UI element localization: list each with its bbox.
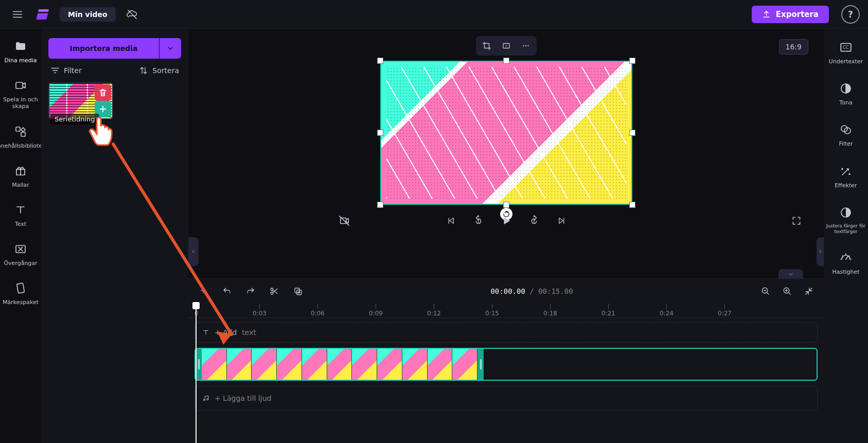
split-button[interactable] [268,285,281,298]
time-tick: 0:21 [601,304,615,317]
resize-handle[interactable] [377,58,383,64]
video-clip[interactable] [196,349,484,380]
duplicate-button[interactable] [291,285,305,298]
left-nav: Dina media Spela in och skapa Innehållsb… [0,29,41,443]
zoom-out-icon [761,287,770,296]
skip-fwd-button[interactable]: 5 [527,214,541,227]
svg-rect-0 [38,9,49,12]
camera-off-icon [339,215,350,226]
contrast-icon [839,205,853,220]
clip-trim-right[interactable] [477,349,484,380]
preview-area: 16:9 5 5 [188,29,824,278]
sparkle-icon [199,287,208,296]
canvas-wrap [380,61,632,205]
clip-trim-left[interactable] [196,349,202,380]
svg-rect-2 [16,127,20,131]
brand-icon [13,281,28,295]
time-tick: 0:09 [369,304,383,317]
svg-rect-6 [17,283,25,293]
rpanel-speed[interactable]: Hastighet [825,249,866,277]
svg-text:5: 5 [533,220,535,224]
cloud-off-icon[interactable] [123,5,141,24]
zoom-out-button[interactable] [759,285,772,298]
rpanel-subtitles[interactable]: CC Undertexter [825,38,866,67]
nav-templates[interactable]: Mallar [3,162,39,190]
collapse-timeline-button[interactable] [778,269,803,279]
upload-icon [762,10,771,19]
skip-start-button[interactable] [444,214,457,227]
nav-brand-kit[interactable]: Märkespaket [3,279,39,308]
help-button[interactable]: ? [841,5,860,24]
skip-end-button[interactable] [555,214,569,227]
svg-text:5: 5 [477,220,479,224]
svg-point-8 [505,45,506,46]
resize-handle[interactable] [629,58,635,64]
media-clip[interactable]: Serietidning [48,82,113,119]
text-icon [202,329,209,336]
rpanel-filter[interactable]: Filter [825,120,866,149]
delete-clip-button[interactable] [95,84,111,101]
zoom-in-button[interactable] [781,285,794,298]
play-button[interactable] [500,214,513,227]
collapse-right-panel[interactable] [817,237,824,266]
fullscreen-icon [791,216,802,226]
undo-button[interactable] [220,285,234,298]
time-tick: 0:15 [485,304,499,317]
magic-button[interactable] [197,285,210,298]
resize-handle[interactable] [377,130,383,136]
fit-button[interactable] [498,38,515,54]
nav-your-media[interactable]: Dina media [3,37,39,66]
preview-canvas[interactable] [380,61,632,205]
time-tick: 0:06 [311,304,325,317]
cc-icon: CC [839,40,853,55]
export-button[interactable]: Exportera [752,6,829,23]
svg-point-10 [525,45,526,46]
rpanel-adjust-colors[interactable]: Justera färger för textfärger [825,203,866,237]
fullscreen-button[interactable] [790,214,803,227]
transition-icon [13,242,28,256]
import-media-dropdown[interactable] [160,38,181,59]
chevron-down-icon [787,271,794,277]
app-logo-icon [34,5,52,24]
filter-circles-icon [839,122,853,137]
menu-button[interactable] [8,5,27,24]
filter-button[interactable]: Filter [50,66,82,75]
resize-handle[interactable] [503,58,509,64]
trash-icon [98,88,108,97]
zoom-fit-button[interactable] [802,285,816,298]
forward-5-icon: 5 [528,215,540,226]
redo-button[interactable] [244,285,257,298]
preview-off-button[interactable] [338,214,351,227]
chevron-right-icon [818,248,823,255]
import-media-button[interactable]: Importera media [48,38,159,59]
nav-record-create[interactable]: Spela in och skapa [3,76,39,112]
video-track[interactable] [194,348,818,381]
shapes-icon [13,125,28,139]
skip-previous-icon [446,216,455,225]
more-button[interactable] [517,38,535,54]
audio-track[interactable]: + Lägga till ljud [194,386,818,411]
aspect-ratio-button[interactable]: 16:9 [779,39,808,55]
sort-button[interactable]: Sortera [139,66,179,75]
skip-back-button[interactable]: 5 [472,214,485,227]
time-ruler[interactable]: 00:030:060:090:120:150:180:210:240:27 [188,304,824,318]
speed-icon [839,251,853,265]
resize-handle[interactable] [629,130,635,136]
main-area: 16:9 5 5 00:00.00 / 00:15.00 [188,29,824,443]
crop-button[interactable] [478,38,495,54]
replay-5-icon: 5 [473,215,484,226]
svg-rect-1 [36,13,48,20]
nav-content-library[interactable]: Innehållsbibliotek [3,122,39,151]
more-icon [521,41,530,50]
filter-icon [50,66,60,75]
time-tick: 0:24 [660,304,674,317]
rpanel-effects[interactable]: Effekter [825,162,866,191]
time-tick: 0:03 [253,304,267,317]
rpanel-fade[interactable]: Tona [825,79,866,108]
project-title[interactable]: Min video [60,7,116,22]
text-track[interactable]: + Add text [194,322,818,343]
nav-transitions[interactable]: Övergångar [3,240,39,269]
svg-point-11 [527,45,528,46]
nav-text[interactable]: Text [3,201,39,229]
svg-rect-12 [341,218,346,224]
